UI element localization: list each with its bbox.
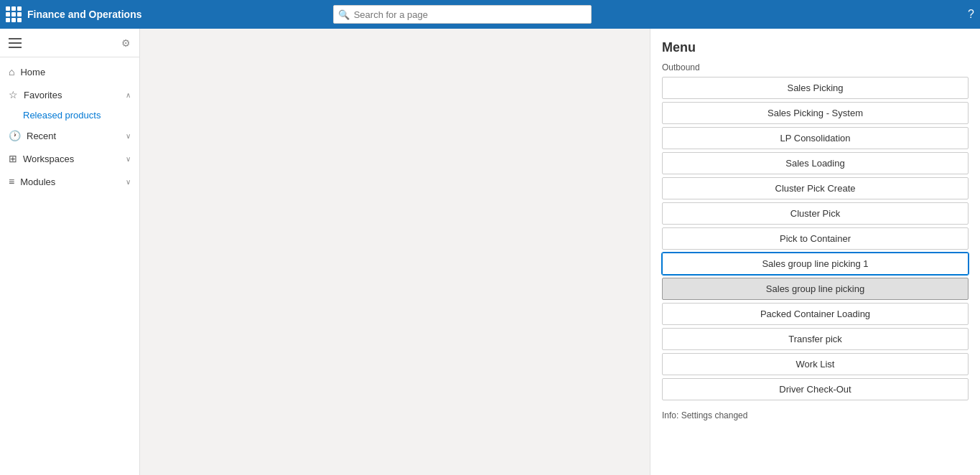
menu-button-transfer-pick[interactable]: Transfer pick <box>662 328 969 350</box>
sidebar-nav: ⌂ Home ☆ Favorites ∧ Released products 🕐… <box>0 57 139 475</box>
settings-icon[interactable]: ⚙ <box>121 37 131 49</box>
main-layout: ⚙ ⌂ Home ☆ Favorites ∧ Released products… <box>0 29 980 475</box>
right-panel: Menu Outbound Sales Picking Sales Pickin… <box>650 29 980 475</box>
menu-button-pick-to-container[interactable]: Pick to Container <box>662 227 969 250</box>
recent-icon: 🕐 <box>9 130 21 141</box>
modules-icon: ≡ <box>9 176 14 187</box>
sidebar-item-workspaces[interactable]: ⊞ Workspaces ∨ <box>0 147 139 170</box>
search-input[interactable] <box>333 5 592 24</box>
sidebar: ⚙ ⌂ Home ☆ Favorites ∧ Released products… <box>0 29 140 475</box>
menu-button-driver-check-out[interactable]: Driver Check-Out <box>662 378 969 400</box>
chevron-down-icon: ∨ <box>126 132 131 140</box>
menu-button-work-list[interactable]: Work List <box>662 353 969 375</box>
chevron-up-icon: ∧ <box>126 91 131 99</box>
menu-button-sales-group-line-picking-2[interactable]: Sales group line picking <box>662 278 969 300</box>
home-icon: ⌂ <box>9 66 14 77</box>
apps-icon[interactable] <box>6 6 22 22</box>
menu-section-label: Outbound <box>662 62 969 72</box>
sidebar-item-label: Home <box>20 67 131 77</box>
menu-button-lp-consolidation[interactable]: LP Consolidation <box>662 127 969 149</box>
menu-button-cluster-pick[interactable]: Cluster Pick <box>662 202 969 225</box>
sidebar-item-label: Workspaces <box>23 154 120 164</box>
sidebar-item-recent[interactable]: 🕐 Recent ∨ <box>0 124 139 147</box>
search-bar: 🔍 <box>333 5 592 24</box>
sidebar-sub-item-released-products[interactable]: Released products <box>0 106 139 124</box>
content-area <box>140 29 650 475</box>
sidebar-topbar: ⚙ <box>0 29 139 57</box>
chevron-down-icon: ∨ <box>126 155 131 163</box>
menu-button-packed-container-loading[interactable]: Packed Container Loading <box>662 303 969 325</box>
sidebar-item-label: Modules <box>20 177 120 187</box>
sidebar-item-label: Favorites <box>24 90 120 100</box>
help-icon[interactable]: ? <box>968 8 974 21</box>
chevron-down-icon: ∨ <box>126 178 131 186</box>
sidebar-item-home[interactable]: ⌂ Home <box>0 60 139 83</box>
workspaces-icon: ⊞ <box>9 153 17 164</box>
topbar-right: ? <box>968 8 974 21</box>
app-title: Finance and Operations <box>27 9 141 20</box>
sidebar-item-favorites[interactable]: ☆ Favorites ∧ <box>0 83 139 106</box>
info-text: Info: Settings changed <box>662 410 969 420</box>
menu-button-sales-group-line-picking-1[interactable]: Sales group line picking 1 <box>662 253 969 275</box>
menu-button-sales-loading[interactable]: Sales Loading <box>662 152 969 174</box>
menu-button-sales-picking-system[interactable]: Sales Picking - System <box>662 102 969 124</box>
menu-title: Menu <box>662 40 969 55</box>
menu-button-sales-picking[interactable]: Sales Picking <box>662 77 969 99</box>
sidebar-item-label: Recent <box>27 131 120 141</box>
sidebar-item-modules[interactable]: ≡ Modules ∨ <box>0 170 139 193</box>
hamburger-icon[interactable] <box>9 38 22 48</box>
topbar: Finance and Operations 🔍 ? <box>0 0 980 29</box>
search-icon: 🔍 <box>338 9 350 20</box>
menu-button-cluster-pick-create[interactable]: Cluster Pick Create <box>662 177 969 199</box>
favorites-icon: ☆ <box>9 89 18 100</box>
